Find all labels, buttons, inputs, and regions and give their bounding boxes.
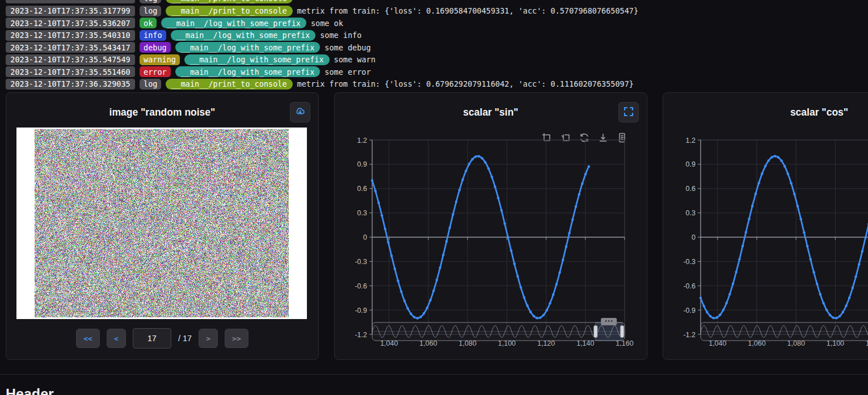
x-axis-tick-label: 1,140 <box>576 339 594 347</box>
log-level-badge: warning <box>140 54 180 65</box>
image-card: image "random noise" << < / 17 > >> <box>6 92 319 360</box>
log-level-badge: error <box>140 66 171 77</box>
log-level-badge: log <box>140 0 161 3</box>
x-axis-tick-label: 1,100 <box>827 339 844 347</box>
log-row: log__main__/print_to_console <box>6 0 297 4</box>
x-axis-tick-label: 1,120 <box>866 339 868 347</box>
bottom-section-heading: Header <box>6 386 54 395</box>
prev-page-button[interactable]: < <box>107 329 126 348</box>
y-axis-tick-label: -1.2 <box>683 331 696 339</box>
log-source-badge: __main__/log_with_some_prefix <box>171 30 316 41</box>
slider-handle-left[interactable] <box>593 325 597 338</box>
y-axis-tick-label: -0.6 <box>355 282 367 290</box>
next-page-button[interactable]: > <box>199 329 218 348</box>
log-row: 2023-12-10T17:37:35.551460error__main__/… <box>6 66 371 78</box>
sin-line-chart[interactable]: 1.20.90.60.30-0.3-0.6-0.9-1.21,0401,0601… <box>335 127 648 354</box>
x-axis-tick-label: 1,100 <box>498 339 516 347</box>
y-axis-tick-label: 1.2 <box>357 137 367 145</box>
log-source-badge: __main__/log_with_some_prefix <box>184 54 330 65</box>
log-timestamp: 2023-12-10T17:37:36.329035 <box>6 79 135 90</box>
log-message: some debug <box>325 43 370 52</box>
scalar-sin-card: scalar "sin" 1.20.90.60.30-0.3-0.6-0.9-1… <box>334 92 647 360</box>
log-message: some error <box>325 67 370 77</box>
y-axis-tick-label: 0 <box>692 233 696 241</box>
log-level-badge: ok <box>140 18 157 28</box>
log-row: 2023-12-10T17:37:35.547549warning__main_… <box>6 54 376 65</box>
log-source-badge: __main__/print_to_console <box>166 79 292 90</box>
first-page-button[interactable]: << <box>76 329 100 348</box>
log-source-badge: __main__/log_with_some_prefix <box>175 42 321 53</box>
log-timestamp: 2023-12-10T17:37:35.547549 <box>6 54 135 65</box>
y-axis-tick-label: 0.6 <box>686 185 696 193</box>
log-timestamp: 2023-12-10T17:37:35.536207 <box>6 18 135 28</box>
log-row: 2023-12-10T17:37:35.540310info__main__/l… <box>6 29 361 41</box>
log-message: metrix from train: {'loss': 0.6796292079… <box>297 79 634 88</box>
y-axis-tick-label: 0.6 <box>357 185 367 193</box>
cos-card-title: scalar "cos" <box>663 107 868 118</box>
log-level-badge: debug <box>140 42 171 53</box>
log-timestamp: 2023-12-10T17:37:35.551460 <box>6 66 135 77</box>
y-axis-tick-label: 0 <box>363 233 367 241</box>
log-source-badge: __main__/print_to_console <box>166 6 292 16</box>
y-axis-tick-label: 0.3 <box>686 209 696 217</box>
x-axis-tick-label: 1,120 <box>537 339 555 347</box>
log-row: 2023-12-10T17:37:35.317799log__main__/pr… <box>6 5 638 16</box>
page-number-input[interactable] <box>133 328 171 349</box>
y-axis-tick-label: 0.3 <box>357 209 367 217</box>
log-row: 2023-12-10T17:37:35.543417debug__main__/… <box>6 42 371 53</box>
x-axis-tick-label: 1,160 <box>616 339 633 347</box>
y-axis-tick-label: -0.3 <box>683 258 696 266</box>
image-download-button[interactable] <box>290 102 310 122</box>
cards-row: image "random noise" << < / 17 > >> scal… <box>6 92 868 360</box>
y-axis-tick-label: -0.3 <box>355 258 367 266</box>
image-card-title: image "random noise" <box>6 107 318 118</box>
sin-fullscreen-button[interactable] <box>618 102 639 122</box>
last-page-button[interactable]: >> <box>225 329 248 348</box>
y-axis-tick-label: 1.2 <box>686 137 696 145</box>
y-axis-tick-label: 0.9 <box>357 160 367 168</box>
image-pagination: << < / 17 > >> <box>6 328 318 349</box>
x-axis-tick-label: 1,060 <box>748 339 765 347</box>
y-axis-tick-label: 0.9 <box>686 160 696 168</box>
log-source-badge: __main__/log_with_some_prefix <box>175 66 321 77</box>
x-axis-tick-label: 1,060 <box>419 339 437 347</box>
section-divider <box>0 374 868 375</box>
log-timestamp: 2023-12-10T17:37:35.317799 <box>6 6 135 16</box>
log-level-badge: log <box>140 79 161 90</box>
y-axis-tick-label: -1.2 <box>355 331 367 339</box>
log-message: some info <box>320 31 361 40</box>
x-axis-tick-label: 1,040 <box>380 339 398 347</box>
scalar-cos-card: scalar "cos" 1.20.90.60.30-0.3-0.6-0.9-1… <box>663 92 868 360</box>
x-axis-tick-label: 1,040 <box>709 339 726 347</box>
log-level-badge: log <box>140 6 161 16</box>
log-message: some warn <box>334 55 376 64</box>
log-message: metrix from train: {'loss': 0.1690584700… <box>297 6 638 15</box>
cloud-download-icon <box>294 105 306 120</box>
log-timestamp: 2023-12-10T17:37:35.540310 <box>6 30 135 41</box>
random-noise-image <box>35 129 289 317</box>
y-axis-tick-label: -0.9 <box>355 307 367 315</box>
page-total-label: / 17 <box>178 334 192 343</box>
sin-card-title: scalar "sin" <box>335 107 647 118</box>
log-row: 2023-12-10T17:37:36.329035log__main__/pr… <box>6 78 634 90</box>
slider-handle-right[interactable] <box>620 325 624 338</box>
log-source-badge: __main__/log_with_some_prefix <box>161 18 306 28</box>
fullscreen-icon <box>623 107 634 118</box>
log-level-badge: info <box>140 30 166 41</box>
log-row: 2023-12-10T17:37:35.536207ok__main__/log… <box>6 18 343 29</box>
log-message: some ok <box>311 19 343 28</box>
log-source-badge: __main__/print_to_console <box>166 0 292 3</box>
x-axis-tick-label: 1,080 <box>459 339 477 347</box>
y-axis-tick-label: -0.9 <box>683 307 696 315</box>
y-axis-tick-label: -0.6 <box>683 282 696 290</box>
log-timestamp: 2023-12-10T17:37:35.543417 <box>6 42 135 53</box>
x-axis-tick-label: 1,080 <box>787 339 805 347</box>
log-console: log__main__/print_to_console2023-12-10T1… <box>0 0 868 91</box>
noise-image-frame <box>16 128 307 319</box>
cos-line-chart[interactable]: 1.20.90.60.30-0.3-0.6-0.9-1.21,0401,0601… <box>663 127 868 354</box>
log-timestamp <box>6 0 135 3</box>
